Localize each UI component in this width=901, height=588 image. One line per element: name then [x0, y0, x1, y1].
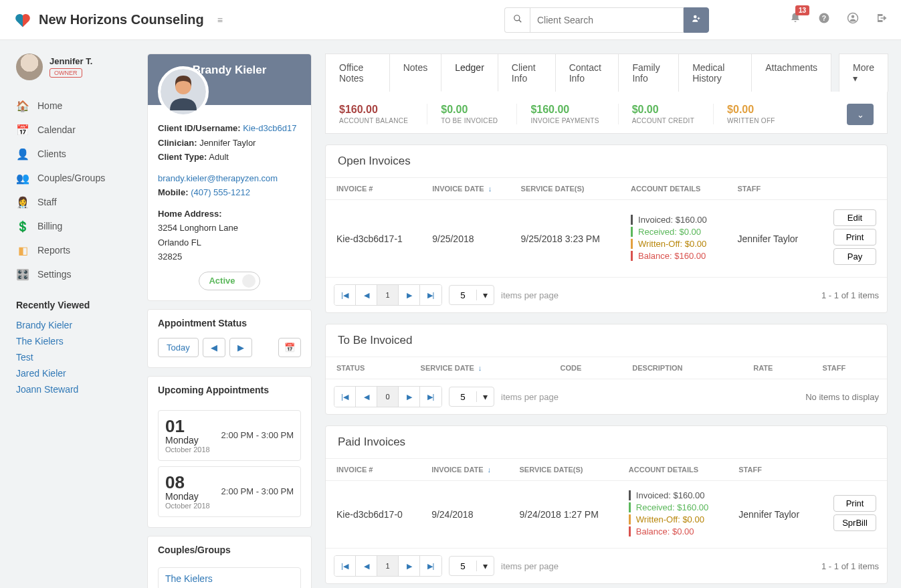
appointment-item[interactable]: 01 Monday October 2018 2:00 PM - 3:00 PM	[158, 410, 301, 461]
col-header[interactable]: INVOICE DATE↓	[421, 459, 508, 481]
search-input[interactable]	[530, 7, 684, 33]
acct-received: Received: $0.00	[631, 227, 716, 237]
perpage-input[interactable]	[449, 392, 476, 402]
tab-client-info[interactable]: Client Info	[498, 54, 556, 92]
recent-item[interactable]: Brandy Kieler	[16, 320, 72, 330]
col-header[interactable]: STAFF	[728, 459, 817, 481]
nav-billing[interactable]: 💲Billing	[13, 214, 134, 238]
calendar-picker-button[interactable]: 📅	[278, 338, 301, 357]
tab-notes[interactable]: Notes	[389, 54, 442, 92]
tab-more[interactable]: More ▾	[839, 54, 888, 92]
col-header[interactable]: STAFF	[811, 357, 887, 379]
print-button[interactable]: Print	[833, 229, 876, 246]
dropdown-icon[interactable]: ▾	[476, 561, 494, 571]
pager-last[interactable]: ▶|	[420, 387, 441, 407]
chevron-down-icon: ▾	[853, 73, 858, 84]
pager-first[interactable]: |◀	[334, 285, 356, 305]
today-button[interactable]: Today	[158, 338, 199, 357]
svg-point-0	[514, 15, 519, 21]
recent-item[interactable]: Test	[16, 352, 33, 363]
print-button[interactable]: Print	[833, 495, 876, 512]
mobile-label: Mobile:	[158, 187, 189, 197]
col-header[interactable]: INVOICE #	[326, 178, 421, 200]
col-header[interactable]: RATE	[742, 357, 811, 379]
col-header[interactable]: SERVICE DATE↓	[410, 357, 550, 379]
avatar-placeholder-icon	[161, 69, 206, 114]
svg-text:?: ?	[822, 14, 826, 22]
nav-calendar[interactable]: 📅Calendar	[13, 118, 134, 142]
pager-prev[interactable]: ◀	[356, 556, 377, 576]
group-link[interactable]: The Kielers	[165, 573, 213, 584]
recent-item[interactable]: Jared Kieler	[16, 368, 66, 379]
perpage-select[interactable]: ▾	[449, 556, 494, 576]
appointment-item[interactable]: 08 Monday October 2018 2:00 PM - 3:00 PM	[158, 466, 301, 517]
logout-icon[interactable]	[876, 12, 888, 27]
col-header[interactable]: STATUS	[326, 357, 410, 379]
svg-point-2	[694, 15, 697, 19]
perpage-select[interactable]: ▾	[449, 285, 494, 305]
col-header[interactable]: ACCOUNT DETAILS	[618, 459, 728, 481]
status-toggle[interactable]: Active	[199, 272, 260, 290]
stat-label: WRITTEN OFF	[727, 117, 775, 124]
pager-next[interactable]: ▶	[399, 387, 420, 407]
pay-button[interactable]: Pay	[833, 248, 876, 265]
dropdown-icon[interactable]: ▾	[476, 290, 494, 300]
col-header[interactable]: INVOICE #	[326, 459, 421, 481]
pager-next[interactable]: ▶	[399, 556, 420, 576]
client-id[interactable]: Kie-d3cb6d17	[243, 123, 296, 133]
tab-contact-info[interactable]: Contact Info	[555, 54, 619, 92]
tab-office-notes[interactable]: Office Notes	[325, 54, 390, 92]
profile-icon[interactable]	[847, 12, 859, 27]
pager-last[interactable]: ▶|	[420, 556, 441, 576]
col-header[interactable]: SERVICE DATE(S)	[510, 178, 621, 200]
col-header[interactable]: CODE	[550, 357, 622, 379]
next-day-button[interactable]: ▶	[229, 338, 252, 357]
menu-toggle-icon[interactable]: ≡	[217, 15, 223, 25]
client-mobile[interactable]: (407) 555-1212	[191, 187, 250, 197]
pager-next[interactable]: ▶	[399, 285, 420, 305]
col-header[interactable]: ACCOUNT DETAILS	[620, 178, 726, 200]
col-header[interactable]: SERVICE DATE(S)	[509, 459, 618, 481]
nav-home[interactable]: 🏠Home	[13, 94, 134, 118]
pager-first[interactable]: |◀	[334, 387, 356, 407]
sprbill-button[interactable]: SprBill	[833, 514, 876, 531]
staff: Jennifer Taylor	[728, 481, 817, 549]
col-header[interactable]: DESCRIPTION	[621, 357, 742, 379]
tab-family-info[interactable]: Family Info	[618, 54, 679, 92]
col-header[interactable]: STAFF	[726, 178, 816, 200]
nav-clients[interactable]: 👤Clients	[13, 142, 134, 166]
search-button[interactable]	[504, 7, 530, 33]
col-header[interactable]: INVOICE DATE↓	[421, 178, 510, 200]
perpage-input[interactable]	[449, 561, 476, 571]
invoice-number: Kie-d3cb6d17-0	[326, 481, 421, 549]
notifications-icon[interactable]: 13	[789, 12, 801, 27]
dropdown-icon[interactable]: ▾	[476, 391, 494, 402]
service-date: 9/25/2018 3:23 PM	[510, 200, 621, 278]
pager-last[interactable]: ▶|	[420, 285, 441, 305]
client-email[interactable]: brandy.kieler@therapyzen.com	[158, 173, 278, 183]
nav-couples[interactable]: 👥Couples/Groups	[13, 166, 134, 190]
pager-prev[interactable]: ◀	[356, 387, 377, 407]
pager-first[interactable]: |◀	[334, 556, 356, 576]
recent-item[interactable]: The Kielers	[16, 336, 64, 347]
stat-label: TO BE INVOICED	[441, 117, 498, 124]
nav-reports[interactable]: ◧Reports	[13, 238, 134, 262]
help-icon[interactable]: ?	[818, 12, 830, 27]
pager-current[interactable]: 1	[377, 285, 399, 305]
perpage-input[interactable]	[449, 290, 476, 300]
recent-item[interactable]: Joann Steward	[16, 384, 78, 395]
nav-settings[interactable]: 🎛️Settings	[13, 262, 134, 286]
tab-medical-history[interactable]: Medical History	[678, 54, 752, 92]
pager-current[interactable]: 1	[377, 556, 399, 576]
tab-attachments[interactable]: Attachments	[751, 54, 831, 92]
collapse-button[interactable]: ⌄	[847, 104, 874, 125]
add-client-button[interactable]	[684, 7, 709, 33]
pager-current[interactable]: 0	[377, 387, 399, 407]
tab-ledger[interactable]: Ledger	[441, 54, 498, 92]
nav-staff[interactable]: 👩‍⚕️Staff	[13, 190, 134, 214]
edit-button[interactable]: Edit	[833, 209, 876, 226]
prev-day-button[interactable]: ◀	[203, 338, 225, 357]
pager-prev[interactable]: ◀	[356, 285, 377, 305]
perpage-select[interactable]: ▾	[449, 387, 494, 407]
appt-month: October 2018	[165, 502, 210, 510]
